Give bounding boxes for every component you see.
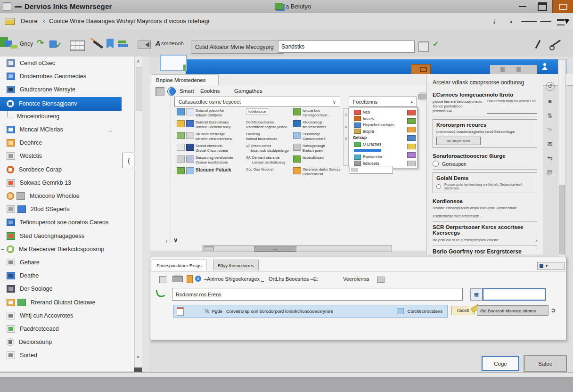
- dialog-hscrollbar[interactable]: •••: [202, 245, 392, 252]
- history-icon[interactable]: ↺: [546, 82, 555, 91]
- sidebar-item[interactable]: Cemdl oCsec: [0, 57, 134, 69]
- secondary-input[interactable]: [483, 288, 546, 301]
- sidebar-item[interactable]: Rrerand Olutost Oteiowe: [0, 296, 134, 309]
- grid-item[interactable]: Stcoune Potuck: [177, 167, 231, 174]
- grid-item[interactable]: IGorsrcrecgrsrb tresessrcer.: [293, 120, 327, 129]
- dialog-checkbox[interactable]: [156, 87, 164, 96]
- panel-tool-box-icon[interactable]: [159, 276, 166, 283]
- row-checkbox[interactable]: [397, 308, 404, 314]
- selected-row[interactable]: ⅕ Pgde Corvetrorsp oorl borodorpord lors…: [173, 305, 448, 318]
- sidebar-item[interactable]: −Ma Raecerver Bierkcdcspoosrop: [0, 243, 134, 255]
- radio-option[interactable]: Prsroso cortsr teo frecrtorny cre ttrsrr…: [436, 183, 533, 190]
- duplicate-icon[interactable]: [418, 41, 429, 52]
- grid-item[interactable]: Oersrvrso dertcrCerdersrtesd: [293, 167, 328, 176]
- name-combobox[interactable]: Caftasacdfoe osrne bepeoet ∨: [174, 97, 340, 107]
- pointer-hand-icon[interactable]: ☞: [547, 126, 553, 133]
- mini-format-icon[interactable]: [407, 135, 416, 141]
- tab-active[interactable]: Shriespocdrtoer Excgs: [152, 260, 206, 270]
- grid-scrollbar[interactable]: 3ag: [343, 108, 349, 166]
- table-view-icon[interactable]: [70, 41, 85, 51]
- bookmark-button[interactable]: /8o Boorcorl Msnove.ottoms: [477, 305, 548, 316]
- mini-format-icon[interactable]: [407, 110, 416, 115]
- dropdown-item[interactable]: Hsyuchetsoctogis: [351, 122, 402, 128]
- sidebar-scroll-thumb[interactable]: [136, 67, 142, 111]
- sidebar-item[interactable]: Fonotce Slonsagjoanv: [0, 97, 122, 111]
- collapse-minus-icon[interactable]: −: [1, 246, 4, 252]
- sidebar-item[interactable]: Wostctis: [0, 150, 134, 162]
- grid-item[interactable]: Descsrorsg oersfoorbedCrseoe ecsdbbsrsoe: [177, 155, 233, 164]
- mini-format-icon[interactable]: [407, 118, 416, 124]
- layers-icon[interactable]: [118, 40, 128, 48]
- sidebar-item[interactable]: Gehare: [0, 256, 134, 269]
- flag-icon[interactable]: [106, 39, 114, 49]
- sidebar-item[interactable]: Tefionuperoot soe ooratos Careos: [0, 216, 134, 229]
- dropdown-footer-input[interactable]: [350, 166, 393, 174]
- header-label-gamgathes[interactable]: Gamgathes: [234, 88, 262, 94]
- dialog-tab[interactable]: Bnpioe Mrostedenes: [152, 74, 219, 85]
- sidebar-item[interactable]: Sted Uaocngmagagoess: [0, 230, 134, 242]
- address-input[interactable]: [172, 288, 463, 301]
- sidebar-item[interactable]: Deathe: [0, 270, 134, 282]
- sidebar-item[interactable]: Droderrobes Geormedies: [0, 70, 134, 82]
- cancel-button[interactable]: Satoe: [524, 356, 566, 371]
- chevron-right-icon[interactable]: ›: [535, 237, 537, 243]
- redo-icon[interactable]: ɔ: [551, 306, 555, 314]
- minimize-button[interactable]: [515, 0, 531, 13]
- undo-arrow-icon[interactable]: ↷: [37, 38, 44, 48]
- grid-item[interactable]: ⅓Orseo ocrfozbrssl rsob otsddpedsrgo: [246, 144, 289, 153]
- panel-mini-icon[interactable]: [377, 277, 385, 283]
- panel-badge-icon[interactable]: 8: [195, 276, 201, 282]
- panel-toolbar-text-2[interactable]: OrtLhs Beoesrtos –E:: [269, 276, 318, 282]
- pen-icon[interactable]: ɟ: [494, 17, 496, 24]
- sidebar-item[interactable]: Sokwac Gemrkb 13: [0, 177, 134, 189]
- grid-item[interactable]: DrCoostl trbsrosgebetrerio oersroreorser…: [177, 132, 232, 141]
- validate-check-icon[interactable]: ✓: [433, 40, 439, 49]
- panel-printer-icon[interactable]: [172, 276, 183, 282]
- mini-format-icon[interactable]: [407, 144, 416, 149]
- mini-format-icon[interactable]: [407, 127, 416, 132]
- dropdown-item[interactable]: hoaes: [351, 115, 402, 122]
- sidebar-item[interactable]: Whtj cun Accovrotes: [0, 310, 134, 322]
- grid-item[interactable]: COorbsdgrCosrsrvlcreer3: [293, 132, 326, 141]
- dropdown-item[interactable]: O Lracnes: [351, 141, 402, 147]
- panel-orange-icon[interactable]: [187, 275, 193, 283]
- menu-device-label[interactable]: Deore: [21, 17, 37, 24]
- grid-item[interactable]: 36Derrusrt oesrsroeLocrser.osrslsdsoesg: [246, 155, 285, 164]
- hscroll-thumb[interactable]: •••: [254, 246, 296, 252]
- sidebar-item[interactable]: Mciocono Whocloe: [0, 190, 134, 202]
- grid-item[interactable]: Derbrafl EacrosfooesUsesut Coenelrd boey: [177, 120, 230, 129]
- dropdown-item[interactable]: [351, 147, 402, 154]
- brush-icon[interactable]: [93, 41, 104, 49]
- vscroll-thumb[interactable]: [559, 185, 565, 254]
- grid-item[interactable]: Elrtldeogfoorrsd bsoeoeboek: [246, 132, 277, 141]
- main-vscrollbar[interactable]: [558, 59, 566, 258]
- sidebar-item[interactable]: Sorted: [0, 349, 134, 361]
- grid-item[interactable]: OcrtrfsdoedtisrsreRsecrbtezz ecgrtso peo…: [246, 120, 288, 129]
- dropdown-item[interactable]: Getcup: [351, 134, 402, 141]
- filter-icon[interactable]: [138, 41, 151, 49]
- header-label-smart[interactable]: Smart: [180, 88, 194, 94]
- panel-toolbar-text-1[interactable]: –Airirroe Shigoekeragex _: [204, 276, 264, 282]
- dialog-caption-controls[interactable]: [490, 65, 537, 74]
- expand-chevron-icon[interactable]: ∨: [173, 237, 178, 244]
- mini-format-icon[interactable]: [407, 161, 416, 166]
- panel-toolbar-text-3[interactable]: Veeroierrss: [343, 276, 369, 282]
- dropdown-item[interactable]: Raoserctor: [351, 154, 402, 160]
- mail-icon[interactable]: ✉: [548, 140, 553, 147]
- sidebar-item[interactable]: Mcncal MClsrias→: [0, 123, 134, 136]
- sidebar-item[interactable]: Deohrce: [0, 137, 134, 149]
- sidebar-item[interactable]: 20od SSeperts: [0, 203, 134, 215]
- sort-arrows-icon[interactable]: ⇅: [548, 112, 553, 119]
- panel-icon[interactable]: ▤: [547, 169, 553, 176]
- header-label-eooktns[interactable]: Eooktns: [200, 88, 220, 94]
- fonts-dropdown[interactable]: Focettonns ▴: [349, 97, 417, 107]
- hamburger-menu-icon[interactable]: [557, 19, 565, 25]
- hscroll-stub[interactable]: [204, 246, 214, 251]
- grid-item[interactable]: Isrtcoe Loonsrorsgecrzsszt...: [293, 108, 330, 117]
- draw-line-icon[interactable]: [535, 40, 540, 49]
- breadcrumb[interactable]: Coolce Wnre Bawanges Wohiyt Mayrcors d v…: [49, 17, 210, 24]
- mini-format-icon[interactable]: [407, 152, 416, 158]
- grid-item[interactable]: Iodebosrce: [246, 108, 268, 115]
- confirm-button[interactable]: Coge: [482, 356, 519, 371]
- sidebar-item[interactable]: Mroceiorloureng: [0, 110, 134, 122]
